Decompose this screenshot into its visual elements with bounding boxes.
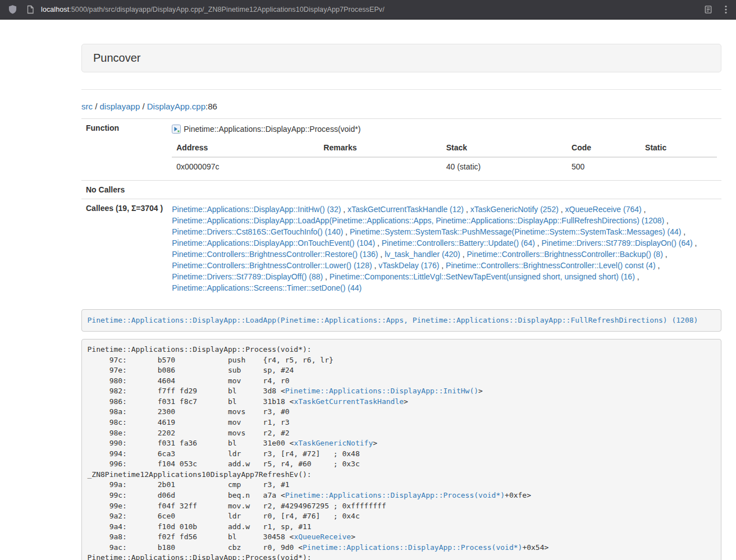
no-callers-row: No Callers xyxy=(81,181,721,199)
callee-link[interactable]: Pinetime::Applications::DisplayApp::Load… xyxy=(172,216,664,225)
highlighted-callee-link[interactable]: Pinetime::Applications::DisplayApp::Load… xyxy=(88,316,698,324)
url-path: :5000/path/src/displayapp/DisplayApp.cpp… xyxy=(69,6,385,13)
function-label: Function xyxy=(81,119,167,181)
address-value: 0x0000097c xyxy=(172,157,319,176)
function-icon xyxy=(172,125,181,134)
callees-row: Callees (19, Σ=3704 ) Pinetime::Applicat… xyxy=(81,199,721,299)
callee-separator: , xyxy=(439,261,446,270)
callee-link[interactable]: vTaskDelay (176) xyxy=(378,261,439,270)
symbol-link[interactable]: xTaskGenericNotify xyxy=(294,439,373,447)
details-value-row: 0x0000097c 40 (static) 500 xyxy=(172,157,717,176)
callee-separator: , xyxy=(559,205,565,214)
callee-separator: , xyxy=(323,272,330,281)
details-header-row: AddressRemarksStackCodeStatic xyxy=(172,139,717,157)
callee-link[interactable]: Pinetime::Controllers::BrightnessControl… xyxy=(172,261,372,270)
column-header: Address xyxy=(172,139,319,157)
callee-separator: , xyxy=(642,205,646,214)
url-host: localhost xyxy=(41,6,69,13)
stack-value: 40 (static) xyxy=(442,157,567,176)
disassembly-block: Pinetime::Applications::DisplayApp::Proc… xyxy=(81,339,721,560)
function-row: Function Pinetime::Applications::Display… xyxy=(81,119,721,181)
symbol-link[interactable]: xQueueReceive xyxy=(294,533,351,541)
column-header: Static xyxy=(641,139,717,157)
details-table: AddressRemarksStackCodeStatic 0x0000097c… xyxy=(172,139,717,176)
callee-separator: , xyxy=(341,205,348,214)
callee-separator: , xyxy=(378,250,385,259)
callee-separator: , xyxy=(693,238,697,247)
page-info-icon[interactable] xyxy=(26,5,34,14)
callee-link[interactable]: xTaskGenericNotify (252) xyxy=(470,205,559,214)
page-container: Puncover src / displayapp / DisplayApp.c… xyxy=(81,20,721,560)
callee-separator: , xyxy=(664,216,669,225)
symbol-link[interactable]: Pinetime::Applications::DisplayApp::Proc… xyxy=(285,491,505,499)
callee-separator: , xyxy=(464,205,470,214)
column-header: Code xyxy=(567,139,641,157)
callee-separator: , xyxy=(656,261,660,270)
callee-link[interactable]: lv_task_handler (420) xyxy=(385,250,460,259)
no-callers-label: No Callers xyxy=(81,181,167,199)
url-bar[interactable]: localhost:5000/path/src/displayapp/Displ… xyxy=(41,6,697,13)
callee-link[interactable]: xTaskGetCurrentTaskHandle (12) xyxy=(348,205,464,214)
callee-separator: , xyxy=(535,238,542,247)
callee-link[interactable]: Pinetime::Applications::Screens::Timer::… xyxy=(172,283,362,292)
callees-list: Pinetime::Applications::DisplayApp::Init… xyxy=(167,199,721,299)
callee-separator: , xyxy=(663,250,668,259)
callee-separator: , xyxy=(635,272,639,281)
symbol-link[interactable]: xTaskGetCurrentTaskHandle xyxy=(294,397,404,406)
divider xyxy=(81,89,721,90)
callee-link[interactable]: Pinetime::System::SystemTask::PushMessag… xyxy=(350,227,682,236)
breadcrumb-separator: / xyxy=(93,102,100,111)
breadcrumb-line-number: :86 xyxy=(205,102,217,111)
shield-icon[interactable] xyxy=(8,4,17,15)
breadcrumb-link[interactable]: displayapp xyxy=(100,102,140,111)
breadcrumb-link[interactable]: DisplayApp.cpp xyxy=(147,102,205,111)
callee-link[interactable]: Pinetime::Controllers::BrightnessControl… xyxy=(467,250,662,259)
kebab-menu-icon[interactable] xyxy=(725,5,727,14)
highlighted-callee-panel: Pinetime::Applications::DisplayApp::Load… xyxy=(81,309,721,332)
callee-separator: , xyxy=(681,227,685,236)
column-header: Remarks xyxy=(319,139,441,157)
callee-link[interactable]: xQueueReceive (764) xyxy=(565,205,642,214)
callee-separator: , xyxy=(372,261,379,270)
callee-link[interactable]: Pinetime::Drivers::St7789::DisplayOff() … xyxy=(172,272,323,281)
column-header: Stack xyxy=(442,139,567,157)
callers-list xyxy=(167,181,721,199)
callee-link[interactable]: Pinetime::Components::LittleVgl::SetNewT… xyxy=(330,272,635,281)
symbol-table: Function Pinetime::Applications::Display… xyxy=(81,118,721,298)
breadcrumb: src / displayapp / DisplayApp.cpp:86 xyxy=(81,102,721,111)
callee-link[interactable]: Pinetime::Applications::DisplayApp::Init… xyxy=(172,205,341,214)
callee-link[interactable]: Pinetime::Applications::DisplayApp::OnTo… xyxy=(172,238,375,247)
callees-label: Callees (19, Σ=3704 ) xyxy=(81,199,167,299)
callee-link[interactable]: Pinetime::Drivers::Cst816S::GetTouchInfo… xyxy=(172,227,343,236)
function-name: Pinetime::Applications::DisplayApp::Proc… xyxy=(184,123,360,135)
static-value xyxy=(641,157,717,176)
callee-link[interactable]: Pinetime::Drivers::St7789::DisplayOn() (… xyxy=(542,238,693,247)
code-value: 500 xyxy=(567,157,641,176)
callee-link[interactable]: Pinetime::Controllers::BrightnessControl… xyxy=(172,250,378,259)
callee-link[interactable]: Pinetime::Controllers::BrightnessControl… xyxy=(446,261,655,270)
breadcrumb-separator: / xyxy=(140,102,147,111)
symbol-link[interactable]: Pinetime::Applications::DisplayApp::Proc… xyxy=(303,543,522,552)
callee-separator: , xyxy=(343,227,350,236)
symbol-link[interactable]: Pinetime::Applications::DisplayApp::Init… xyxy=(285,387,478,395)
reader-view-icon[interactable] xyxy=(704,5,712,14)
app-title: Puncover xyxy=(93,52,141,64)
app-header: Puncover xyxy=(81,44,721,72)
remarks-value xyxy=(319,157,441,176)
callee-separator: , xyxy=(375,238,382,247)
callee-separator: , xyxy=(460,250,467,259)
callee-link[interactable]: Pinetime::Controllers::Battery::Update()… xyxy=(382,238,535,247)
breadcrumb-link[interactable]: src xyxy=(81,102,93,111)
browser-chrome: localhost:5000/path/src/displayapp/Displ… xyxy=(0,0,736,20)
